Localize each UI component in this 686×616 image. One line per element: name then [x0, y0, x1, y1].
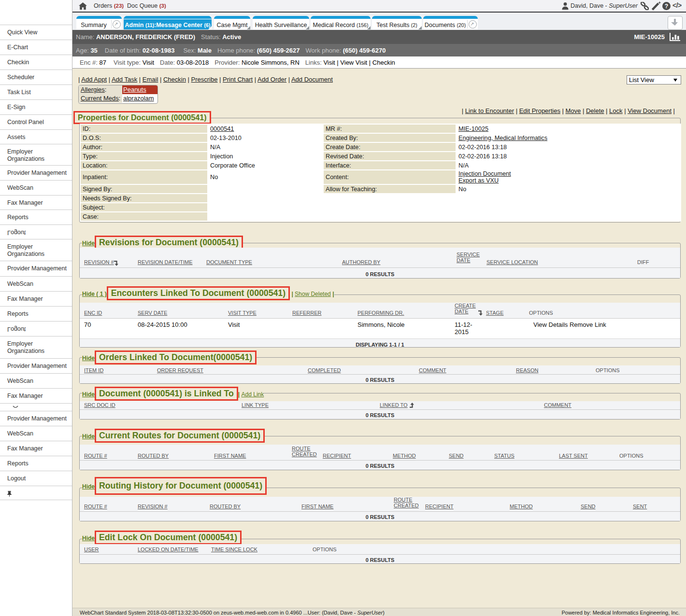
svg-text:?: ? [665, 2, 669, 9]
